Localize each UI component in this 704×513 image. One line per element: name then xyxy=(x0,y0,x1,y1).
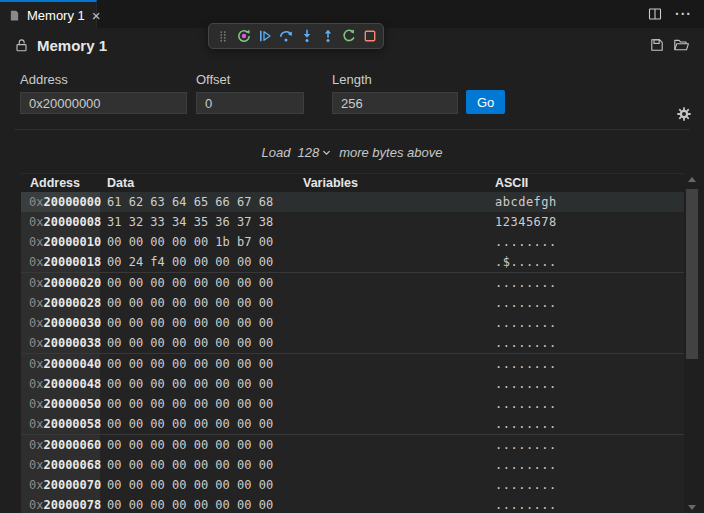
column-header-address: Address xyxy=(21,176,100,190)
column-header-data: Data xyxy=(100,176,296,190)
length-label: Length xyxy=(332,72,458,87)
memory-table-body: 0x20000000 61 62 63 64 65 66 67 68 abcde… xyxy=(21,192,684,513)
data-cell[interactable]: 31 32 33 34 35 36 37 38 xyxy=(100,215,296,229)
tab-memory-1[interactable]: Memory 1 × xyxy=(0,0,97,28)
data-cell[interactable]: 00 00 00 00 00 00 00 00 xyxy=(100,316,296,330)
step-into-icon[interactable] xyxy=(296,25,317,47)
table-row: 0x20000028 00 00 00 00 00 00 00 00 .....… xyxy=(21,293,684,313)
data-cell[interactable]: 00 00 00 00 00 00 00 00 xyxy=(100,478,296,492)
address-cell: 0x20000048 xyxy=(21,374,100,394)
data-cell[interactable]: 61 62 63 64 65 66 67 68 xyxy=(100,195,296,209)
continue-icon[interactable] xyxy=(254,25,275,47)
address-cell: 0x20000020 xyxy=(21,273,100,293)
address-value: 20000018 xyxy=(43,255,101,269)
address-cell: 0x20000000 xyxy=(21,192,100,212)
close-icon[interactable]: × xyxy=(91,8,102,23)
address-value: 20000000 xyxy=(43,195,101,209)
settings-gear-icon[interactable] xyxy=(676,106,692,126)
ascii-cell: ........ xyxy=(488,417,684,431)
table-row: 0x20000010 00 00 00 00 00 1b b7 00 .....… xyxy=(21,232,684,252)
table-scrollbar[interactable] xyxy=(685,174,699,513)
table-row: 0x20000020 00 00 00 00 00 00 00 00 .....… xyxy=(21,273,684,293)
tab-title: Memory 1 xyxy=(27,8,85,23)
address-prefix: 0x xyxy=(29,417,43,431)
address-cell: 0x20000028 xyxy=(21,293,100,313)
table-row: 0x20000048 00 00 00 00 00 00 00 00 .....… xyxy=(21,374,684,394)
reset-device-icon[interactable] xyxy=(233,25,254,47)
lock-open-icon[interactable] xyxy=(14,38,29,53)
address-cell: 0x20000070 xyxy=(21,475,100,495)
go-button[interactable]: Go xyxy=(466,90,505,114)
scrollbar-thumb[interactable] xyxy=(686,189,698,359)
editor-actions: ··· xyxy=(647,0,704,28)
address-cell: 0x20000010 xyxy=(21,232,100,252)
address-value: 20000048 xyxy=(43,377,101,391)
load-count-dropdown[interactable]: 128 xyxy=(297,145,332,160)
load-action-label[interactable]: Load xyxy=(262,145,291,160)
data-cell[interactable]: 00 24 f4 00 00 00 00 00 xyxy=(100,255,296,269)
stop-icon[interactable] xyxy=(359,25,380,47)
table-row: 0x20000058 00 00 00 00 00 00 00 00 .....… xyxy=(21,414,684,435)
step-over-icon[interactable] xyxy=(275,25,296,47)
address-value: 20000040 xyxy=(43,357,101,371)
column-header-variables: Variables xyxy=(296,176,488,190)
address-prefix: 0x xyxy=(29,357,43,371)
address-prefix: 0x xyxy=(29,438,43,452)
data-cell[interactable]: 00 00 00 00 00 00 00 00 xyxy=(100,296,296,310)
offset-label: Offset xyxy=(196,72,304,87)
data-cell[interactable]: 00 00 00 00 00 00 00 00 xyxy=(100,458,296,472)
data-cell[interactable]: 00 00 00 00 00 00 00 00 xyxy=(100,276,296,290)
step-out-icon[interactable] xyxy=(317,25,338,47)
scroll-up-arrow-icon[interactable] xyxy=(688,177,696,182)
address-prefix: 0x xyxy=(29,195,43,209)
data-cell[interactable]: 00 00 00 00 00 00 00 00 xyxy=(100,357,296,371)
address-cell: 0x20000008 xyxy=(21,212,100,232)
data-cell[interactable]: 00 00 00 00 00 00 00 00 xyxy=(100,417,296,431)
address-value: 20000058 xyxy=(43,417,101,431)
address-value: 20000068 xyxy=(43,458,101,472)
data-cell[interactable]: 00 00 00 00 00 00 00 00 xyxy=(100,438,296,452)
table-row: 0x20000008 31 32 33 34 35 36 37 38 12345… xyxy=(21,212,684,232)
table-row: 0x20000038 00 00 00 00 00 00 00 00 .....… xyxy=(21,333,684,354)
table-row: 0x20000030 00 00 00 00 00 00 00 00 .....… xyxy=(21,313,684,333)
address-prefix: 0x xyxy=(29,235,43,249)
gripper-icon[interactable] xyxy=(212,25,233,47)
open-folder-icon[interactable] xyxy=(673,37,690,53)
restart-icon[interactable] xyxy=(338,25,359,47)
load-more-bar[interactable]: Load 128 more bytes above xyxy=(0,143,704,162)
address-prefix: 0x xyxy=(29,296,43,310)
data-cell[interactable]: 00 00 00 00 00 00 00 00 xyxy=(100,377,296,391)
data-cell[interactable]: 00 00 00 00 00 00 00 00 xyxy=(100,397,296,411)
address-cell: 0x20000030 xyxy=(21,313,100,333)
address-input[interactable] xyxy=(20,92,187,114)
scroll-down-arrow-icon[interactable] xyxy=(688,505,696,510)
address-value: 20000070 xyxy=(43,478,101,492)
data-cell[interactable]: 00 00 00 00 00 00 00 00 xyxy=(100,498,296,512)
address-prefix: 0x xyxy=(29,336,43,350)
ascii-cell: ........ xyxy=(488,336,684,350)
length-input[interactable] xyxy=(332,92,458,114)
address-cell: 0x20000058 xyxy=(21,414,100,434)
offset-input[interactable] xyxy=(196,92,304,114)
data-cell[interactable]: 00 00 00 00 00 1b b7 00 xyxy=(100,235,296,249)
ascii-cell: ........ xyxy=(488,296,684,310)
table-row: 0x20000068 00 00 00 00 00 00 00 00 .....… xyxy=(21,455,684,475)
address-value: 20000038 xyxy=(43,336,101,350)
memory-view-icon xyxy=(8,9,21,22)
split-editor-icon[interactable] xyxy=(647,6,663,22)
more-actions-icon[interactable]: ··· xyxy=(675,6,692,22)
address-prefix: 0x xyxy=(29,316,43,330)
pane-actions xyxy=(649,37,690,53)
ascii-cell: ........ xyxy=(488,276,684,290)
address-value: 20000020 xyxy=(43,276,101,290)
address-prefix: 0x xyxy=(29,478,43,492)
memory-table: Address Data Variables ASCII 0x20000000 … xyxy=(21,173,684,513)
load-suffix-label[interactable]: more bytes above xyxy=(339,145,442,160)
address-value: 20000028 xyxy=(43,296,101,310)
save-icon[interactable] xyxy=(649,37,665,53)
form-divider xyxy=(14,129,690,130)
address-cell: 0x20000068 xyxy=(21,455,100,475)
ascii-cell: ........ xyxy=(488,377,684,391)
data-cell[interactable]: 00 00 00 00 00 00 00 00 xyxy=(100,336,296,350)
address-prefix: 0x xyxy=(29,377,43,391)
